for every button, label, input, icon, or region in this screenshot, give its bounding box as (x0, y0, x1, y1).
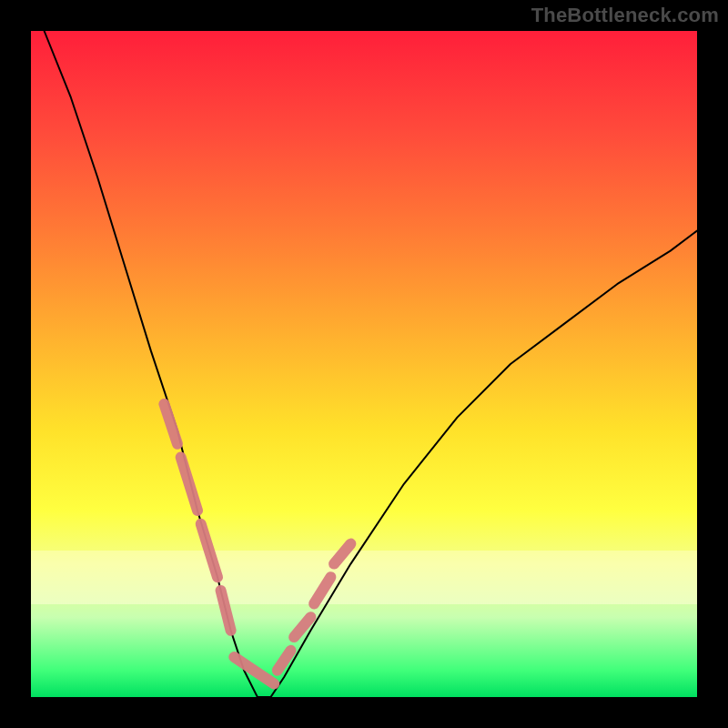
plot-area (31, 31, 697, 697)
marker-valley (234, 657, 274, 683)
marker-segments (164, 404, 350, 684)
marker-left-dash-4 (221, 591, 231, 631)
marker-right-dash-4 (334, 544, 350, 564)
watermark-text: TheBottleneck.com (531, 4, 719, 27)
marker-left-dash-1 (164, 404, 177, 444)
bottleneck-curve (45, 31, 697, 697)
chart-frame: TheBottleneck.com (0, 0, 728, 728)
curve-svg (31, 31, 697, 697)
marker-left-dash-2 (181, 458, 197, 511)
marker-left-dash-3 (201, 524, 217, 578)
